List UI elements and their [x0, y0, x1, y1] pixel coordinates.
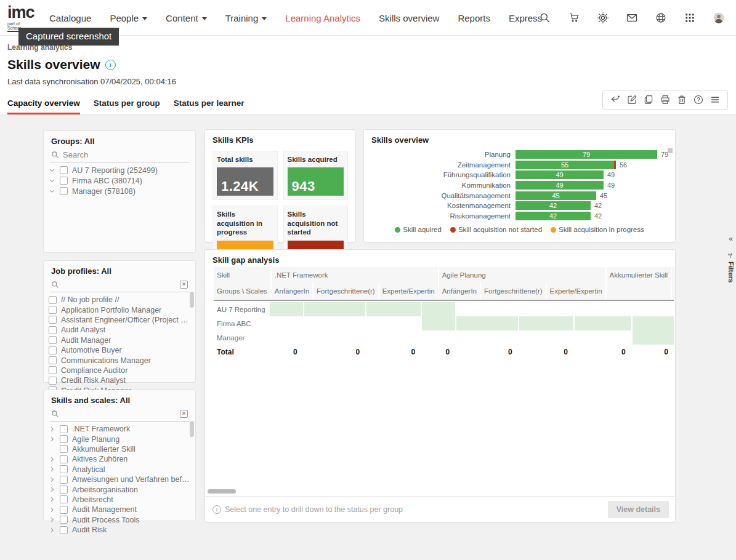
- checkbox[interactable]: [60, 516, 68, 524]
- list-item[interactable]: Communications Manager: [49, 355, 193, 365]
- chart-row[interactable]: Kostenmanagement4242: [364, 201, 666, 211]
- list-item[interactable]: Credit Risk Analyst: [49, 375, 193, 385]
- gap-cell-empty[interactable]: [575, 330, 631, 345]
- gap-cell-empty[interactable]: [366, 316, 421, 330]
- chevron-right-icon[interactable]: [49, 506, 55, 513]
- mail-icon[interactable]: [622, 8, 642, 28]
- list-item[interactable]: // No job profile //: [49, 295, 193, 305]
- gap-cell-filled[interactable]: [422, 316, 455, 330]
- edit-icon[interactable]: [625, 93, 639, 106]
- kpi-tile[interactable]: Skills acquired943: [283, 151, 349, 200]
- list-item[interactable]: Audit Manager: [49, 335, 193, 345]
- checkbox[interactable]: [60, 187, 68, 195]
- chart-row[interactable]: Planung7979: [364, 150, 666, 160]
- gap-cell-empty[interactable]: [519, 330, 573, 345]
- globe-language-icon[interactable]: [651, 8, 671, 28]
- list-item[interactable]: Agile Planung: [49, 434, 193, 444]
- page-info-icon[interactable]: i: [105, 60, 116, 70]
- list-item[interactable]: Aktives Zuhören: [49, 454, 193, 464]
- search-icon[interactable]: [535, 8, 555, 28]
- checkbox[interactable]: [49, 377, 57, 385]
- checkbox[interactable]: [49, 316, 57, 324]
- tab-status-per-group[interactable]: Status per group: [94, 98, 160, 114]
- clear-search-icon[interactable]: ✕: [180, 281, 188, 289]
- checkbox[interactable]: [60, 465, 68, 473]
- groups-search-input[interactable]: [63, 150, 188, 159]
- gap-cell-filled[interactable]: [519, 316, 573, 330]
- cart-icon[interactable]: [564, 8, 584, 28]
- assign-share-icon[interactable]: [609, 93, 622, 106]
- checkbox[interactable]: [60, 455, 68, 463]
- chart-row[interactable]: Zeitmanagement5556: [364, 160, 666, 170]
- checkbox[interactable]: [60, 476, 68, 484]
- print-icon[interactable]: [658, 93, 672, 106]
- nav-item-catalogue[interactable]: Catalogue: [49, 13, 91, 23]
- chevron-right-icon[interactable]: [49, 527, 55, 534]
- list-item[interactable]: Assistant Engineer/Officer (Project Deve…: [49, 315, 193, 325]
- nav-item-training[interactable]: Training: [225, 13, 267, 23]
- tree-item[interactable]: Firma ABC (380714): [49, 175, 193, 186]
- gap-cell-empty[interactable]: [270, 316, 303, 330]
- checkbox[interactable]: [49, 296, 57, 304]
- tree-item[interactable]: Manager (578108): [49, 186, 193, 196]
- pin-icon[interactable]: [727, 250, 734, 262]
- chevron-right-icon[interactable]: [49, 456, 55, 463]
- nav-item-skills-overview[interactable]: Skills overview: [379, 13, 439, 23]
- checkbox[interactable]: [60, 526, 68, 534]
- gap-cell-filled[interactable]: [456, 316, 517, 330]
- list-item[interactable]: Audit Risk: [49, 525, 193, 535]
- table-row[interactable]: AU 7 Reporting: [214, 302, 674, 316]
- list-item[interactable]: Arbeitsorganisation: [49, 484, 193, 494]
- gap-cell-filled[interactable]: [270, 302, 303, 316]
- checkbox[interactable]: [60, 166, 68, 174]
- gap-cell-empty[interactable]: [575, 302, 631, 316]
- gap-cell-empty[interactable]: [633, 302, 674, 316]
- copy-icon[interactable]: [642, 93, 655, 106]
- list-item[interactable]: Audit Process Tools: [49, 515, 193, 525]
- gap-cell-filled[interactable]: [633, 330, 674, 345]
- user-avatar[interactable]: [709, 8, 729, 28]
- chart-row[interactable]: Risikomanagement4242: [364, 211, 666, 222]
- tree-item[interactable]: AU 7 Reporting (252499): [49, 165, 193, 175]
- checkbox[interactable]: [49, 356, 57, 364]
- list-item[interactable]: Compliance Auditor: [49, 366, 193, 375]
- gap-cell-filled[interactable]: [304, 302, 365, 316]
- gap-cell-filled[interactable]: [422, 302, 455, 316]
- gap-cell-filled[interactable]: [366, 302, 421, 316]
- nav-item-people[interactable]: People: [110, 13, 147, 23]
- chevron-down-icon[interactable]: [49, 177, 55, 184]
- checkbox[interactable]: [49, 326, 57, 334]
- scrollbar-thumb[interactable]: [190, 421, 194, 437]
- collapse-rail-icon[interactable]: «: [729, 234, 733, 243]
- delete-trash-icon[interactable]: [675, 93, 689, 106]
- checkbox[interactable]: [60, 445, 68, 453]
- list-item[interactable]: Analytical: [49, 465, 193, 474]
- chevron-right-icon[interactable]: [49, 436, 55, 442]
- chevron-down-icon[interactable]: [49, 188, 55, 194]
- filters-rail-label[interactable]: Filters: [727, 262, 735, 283]
- checkbox[interactable]: [60, 435, 68, 443]
- chevron-down-icon[interactable]: [49, 167, 55, 174]
- chevron-right-icon[interactable]: [49, 496, 55, 503]
- list-item[interactable]: Akkumulierter Skill: [49, 444, 193, 454]
- chevron-right-icon[interactable]: [49, 426, 55, 433]
- nav-item-content[interactable]: Content: [166, 13, 207, 23]
- gap-cell-empty[interactable]: [456, 302, 517, 316]
- tab-status-per-learner[interactable]: Status per learner: [174, 98, 245, 114]
- kpi-tile[interactable]: Total skills1.24K: [212, 151, 278, 200]
- menu-icon[interactable]: [708, 93, 722, 106]
- checkbox[interactable]: [49, 346, 57, 354]
- chevron-right-icon[interactable]: [49, 476, 55, 483]
- chevron-right-icon[interactable]: [49, 466, 55, 473]
- view-details-button[interactable]: View details: [608, 501, 669, 518]
- chart-row[interactable]: Führungsqualifikation4949: [364, 170, 666, 180]
- checkbox[interactable]: [60, 495, 68, 503]
- job-profiles-search-input[interactable]: [63, 280, 176, 289]
- nav-item-learning-analytics[interactable]: Learning Analytics: [285, 13, 360, 23]
- checkbox[interactable]: [60, 506, 68, 514]
- gap-cell-empty[interactable]: [304, 316, 365, 330]
- gap-cell-empty[interactable]: [456, 330, 517, 345]
- settings-gear-icon[interactable]: [593, 8, 613, 28]
- chart-row[interactable]: Qualitätsmanagement4545: [364, 190, 666, 201]
- gap-cell-filled[interactable]: [575, 316, 631, 330]
